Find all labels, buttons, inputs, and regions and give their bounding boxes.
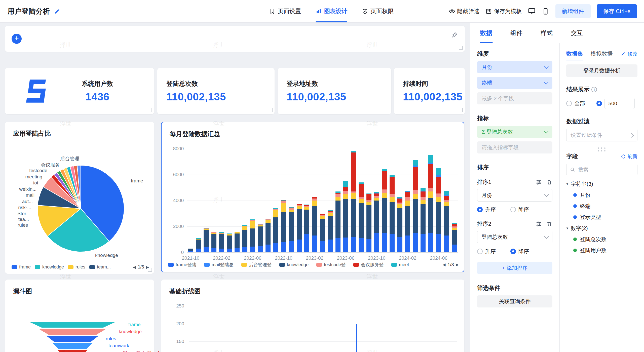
legend-item[interactable]: knowledge... — [279, 262, 312, 267]
add-component-button[interactable]: 新增组件 — [555, 4, 591, 18]
sort1-asc-radio[interactable]: 升序 — [477, 206, 496, 213]
bar-stack — [196, 149, 201, 252]
legend-item[interactable]: mail登陆总... — [204, 262, 237, 268]
kpi-card-total-logins[interactable]: 登陆总次数 110,002,135 — [157, 68, 275, 114]
field-item[interactable]: 登陆用户数 — [566, 245, 637, 256]
field-group[interactable]: ▾数字(2) — [566, 223, 637, 234]
refresh-fields-button[interactable]: 刷新 — [621, 153, 637, 160]
field-item[interactable]: 终端 — [566, 201, 637, 212]
bar-segment — [312, 201, 317, 206]
bar-stack — [250, 149, 255, 252]
sort-settings-icon[interactable] — [536, 221, 542, 227]
save-as-template-button[interactable]: 保存为模板 — [485, 8, 522, 15]
bar-segment — [359, 184, 364, 197]
desktop-preview-icon[interactable] — [528, 7, 536, 15]
delete-sort-icon[interactable] — [546, 221, 552, 227]
field-item[interactable]: 登陆总次数 — [566, 234, 637, 245]
legend-label: testcode登... — [324, 262, 349, 268]
bar-segment — [366, 205, 371, 239]
field-item[interactable]: 登录类型 — [566, 212, 637, 223]
y-axis-label: 6000 — [164, 172, 184, 177]
sort-group-title: 排序2 — [477, 220, 491, 228]
legend-item[interactable]: team... — [89, 264, 111, 270]
sort2-desc-radio[interactable]: 降序 — [510, 248, 529, 255]
bar-segment — [436, 168, 441, 175]
measure-chip-total-logins[interactable]: Σ 登陆总次数 — [477, 126, 552, 138]
legend-item[interactable]: knowledge — [35, 264, 64, 270]
delete-sort-icon[interactable] — [546, 179, 552, 185]
dataset-name-button[interactable]: 登录月数据分析 — [566, 64, 637, 77]
funnel-segment[interactable] — [47, 336, 98, 342]
funnel-segment[interactable] — [30, 322, 115, 328]
legend-item[interactable]: 会议服务登... — [353, 262, 387, 268]
add-sort-button[interactable]: + 添加排序 — [477, 262, 552, 274]
field-group[interactable]: ▾字符串(3) — [566, 178, 637, 189]
save-template-label: 保存为模板 — [494, 8, 522, 15]
result-count-radio[interactable] — [596, 98, 635, 109]
legend-next-icon[interactable]: ▶ — [146, 265, 149, 269]
bar-stack — [405, 149, 410, 252]
fields-header-row: 字段 刷新 — [566, 152, 637, 160]
bar-segment — [227, 249, 232, 252]
result-all-radio[interactable]: 全部 — [566, 100, 585, 107]
pin-icon[interactable] — [451, 32, 458, 38]
legend-item[interactable]: frame — [12, 264, 31, 270]
add-filter-button[interactable]: + — [12, 34, 22, 44]
funnel-chart-card[interactable]: 漏斗图 frameknowledgerulesteamworkStoredDat… — [5, 280, 154, 352]
dimension-chip-terminal[interactable]: 终端 — [477, 77, 552, 89]
pie-chart-card[interactable]: 应用登陆占比 后台管理会议服务testcodemeetingiotweixin.… — [5, 122, 154, 274]
edit-dataset-button[interactable]: 修改 — [621, 51, 637, 57]
bar-segment — [219, 249, 224, 252]
sort1-desc-radio[interactable]: 降序 — [510, 206, 529, 213]
field-item[interactable]: 月份 — [566, 189, 637, 201]
legend-swatch — [279, 263, 285, 267]
field-search-input[interactable] — [578, 167, 634, 173]
drag-handle[interactable] — [597, 147, 607, 151]
sort2-field-select[interactable]: 登陆总次数 — [477, 231, 552, 243]
sort2-asc-radio[interactable]: 升序 — [477, 248, 496, 255]
sort-settings-icon[interactable] — [536, 179, 542, 185]
legend-item[interactable]: meet... — [391, 262, 413, 267]
save-button[interactable]: 保存 Ctrl+s — [597, 4, 637, 18]
set-filter-field[interactable]: 设置过滤条件 — [566, 129, 637, 141]
result-count-input[interactable] — [604, 98, 635, 109]
legend-item[interactable]: rules — [68, 264, 85, 270]
bar-chart-card-selected[interactable]: 每月登陆数据汇总 800060004000200002021-102022-02… — [161, 122, 464, 272]
legend-prev-icon[interactable]: ◀ — [443, 262, 446, 267]
line-chart-card[interactable]: 基础折线图 250200150 — [161, 280, 464, 352]
tab-data[interactable]: 数据 — [480, 23, 492, 43]
tab-interaction[interactable]: 交互 — [571, 23, 583, 43]
tab-style[interactable]: 样式 — [541, 23, 553, 43]
legend-label: frame登陆... — [176, 262, 200, 268]
bar-segment — [281, 203, 286, 212]
legend-item[interactable]: 后台管理登... — [241, 262, 275, 268]
sort1-field-select[interactable]: 月份 — [477, 189, 552, 202]
funnel-segment[interactable] — [39, 329, 106, 335]
legend-item[interactable]: frame登陆... — [168, 262, 200, 268]
kpi-card-system-users[interactable]: 系统用户数 1436 — [5, 68, 154, 114]
radio-selected — [510, 249, 516, 254]
bar-segment — [421, 188, 426, 191]
mobile-preview-icon[interactable] — [542, 8, 549, 15]
linked-query-button[interactable]: 关联查询条件 — [477, 295, 552, 307]
nav-chart-design[interactable]: 图表设计 — [316, 0, 347, 22]
nav-page-settings[interactable]: 页面设置 — [269, 0, 301, 22]
tab-component[interactable]: 组件 — [510, 23, 522, 43]
hide-filter-button[interactable]: 隐藏筛选 — [449, 8, 479, 15]
bar-segment — [436, 193, 441, 197]
funnel-segment[interactable] — [53, 343, 92, 349]
legend-prev-icon[interactable]: ◀ — [133, 265, 136, 269]
bar-segment — [320, 216, 325, 219]
tab-mock-data[interactable]: 模拟数据 — [590, 47, 613, 60]
funnel-segment[interactable] — [58, 350, 87, 352]
bar-segment — [188, 249, 193, 251]
tab-dataset[interactable]: 数据集 — [566, 47, 583, 60]
nav-page-permission[interactable]: 页面权限 — [362, 0, 394, 22]
legend-next-icon[interactable]: ▶ — [456, 262, 459, 267]
kpi-card-duration[interactable]: 持续时间 110,002,135 — [394, 68, 465, 114]
dimension-chip-month[interactable]: 月份 — [477, 61, 552, 73]
kpi-card-login-addresses[interactable]: 登录地址数 110,002,135 — [278, 68, 391, 114]
legend-item[interactable]: testcode登... — [316, 262, 349, 268]
bar-stack — [382, 149, 387, 252]
edit-title-icon[interactable] — [54, 8, 60, 15]
